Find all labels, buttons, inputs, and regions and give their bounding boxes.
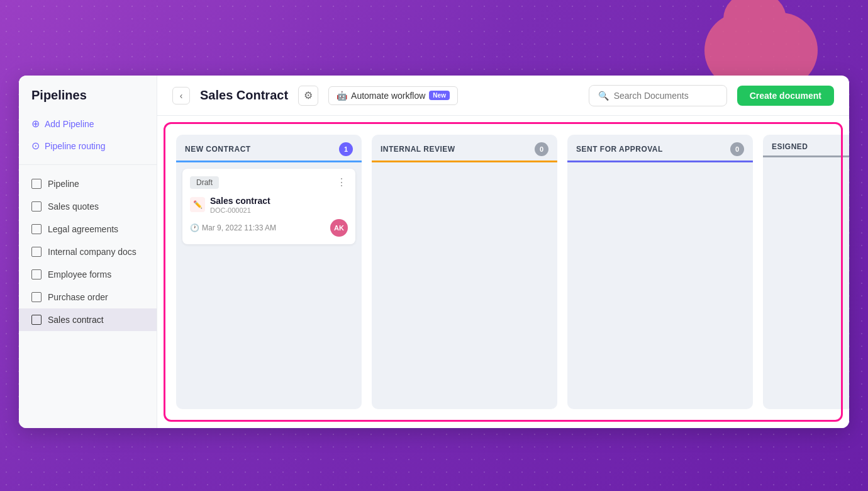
col-title-sent-for-approval: SENT FOR APPROVAL <box>576 145 663 154</box>
sidebar-purchase-order-label: Purchase order <box>48 292 108 302</box>
doc-icon: ✏️ <box>190 197 205 212</box>
sidebar-add-pipeline-label: Add Pipeline <box>45 119 94 129</box>
col-body-new-contract: Draft ⋮ ✏️ Sales contract DOC-000021 <box>176 162 362 409</box>
sidebar-item-employee-forms[interactable]: Employee forms <box>19 263 157 286</box>
kanban-col-internal-review: INTERNAL REVIEW 0 <box>372 135 557 409</box>
doc-info: Sales contract DOC-000021 <box>210 195 348 214</box>
doc-card-sales-contract: Draft ⋮ ✏️ Sales contract DOC-000021 <box>182 169 355 244</box>
sidebar: Pipelines ⊕ Add Pipeline ⊙ Pipeline rout… <box>19 76 157 428</box>
card-header-row: Draft ⋮ <box>190 176 348 189</box>
col-badge-new-contract: 1 <box>339 142 353 156</box>
sidebar-item-pipeline-routing[interactable]: ⊙ Pipeline routing <box>19 135 157 157</box>
kanban-col-esigned: ESIGNED <box>763 135 849 409</box>
col-header-internal-review: INTERNAL REVIEW 0 <box>372 135 557 162</box>
employee-forms-icon <box>31 269 42 279</box>
col-header-esigned: ESIGNED <box>763 135 849 157</box>
doc-id: DOC-000021 <box>210 206 348 214</box>
card-status-badge: Draft <box>190 176 219 189</box>
sidebar-item-add-pipeline[interactable]: ⊕ Add Pipeline <box>19 113 157 135</box>
col-body-esigned <box>763 157 849 409</box>
sidebar-employee-forms-label: Employee forms <box>48 269 111 279</box>
col-body-sent-for-approval <box>567 162 753 409</box>
automate-label: Automate workflow <box>351 91 425 101</box>
col-title-internal-review: INTERNAL REVIEW <box>381 145 455 154</box>
sidebar-sales-quotes-label: Sales quotes <box>48 201 99 212</box>
content-area: ‹ Sales Contract ⚙ 🤖 Automate workflow N… <box>157 76 849 428</box>
sidebar-item-pipeline[interactable]: Pipeline <box>19 172 157 195</box>
clock-icon: 🕐 <box>190 223 199 232</box>
sidebar-routing-label: Pipeline routing <box>45 141 106 151</box>
col-title-esigned: ESIGNED <box>772 142 808 151</box>
gear-icon: ⚙ <box>304 89 313 101</box>
avatar: AK <box>330 219 348 237</box>
col-body-internal-review <box>372 162 557 409</box>
kanban-col-new-contract: NEW CONTRACT 1 Draft ⋮ ✏️ <box>176 135 362 409</box>
sidebar-internal-docs-label: Internal company docs <box>48 247 136 257</box>
sidebar-sales-contract-label: Sales contract <box>48 315 104 325</box>
col-header-sent-for-approval: SENT FOR APPROVAL 0 <box>567 135 753 162</box>
sidebar-divider <box>19 164 157 165</box>
sales-quotes-icon <box>31 201 42 212</box>
sidebar-item-sales-quotes[interactable]: Sales quotes <box>19 195 157 218</box>
sidebar-pipeline-label: Pipeline <box>48 179 79 189</box>
sidebar-legal-agreements-label: Legal agreements <box>48 224 118 234</box>
pipeline-icon <box>31 179 42 189</box>
purchase-order-icon <box>31 292 42 302</box>
main-window: Pipelines ⊕ Add Pipeline ⊙ Pipeline rout… <box>19 76 849 428</box>
search-input[interactable] <box>614 91 718 101</box>
sidebar-item-legal-agreements[interactable]: Legal agreements <box>19 218 157 240</box>
card-date: 🕐 Mar 9, 2022 11:33 AM <box>190 223 276 232</box>
search-box[interactable]: 🔍 <box>589 85 727 106</box>
card-footer-row: 🕐 Mar 9, 2022 11:33 AM AK <box>190 219 348 237</box>
card-date-text: Mar 9, 2022 11:33 AM <box>202 223 276 232</box>
card-menu-button[interactable]: ⋮ <box>337 178 348 188</box>
pencil-icon: ✏️ <box>193 200 203 209</box>
routing-icon: ⊙ <box>31 140 40 152</box>
search-icon: 🔍 <box>598 91 609 101</box>
sidebar-title: Pipelines <box>19 88 157 113</box>
legal-agreements-icon <box>31 224 42 234</box>
internal-docs-icon <box>31 247 42 257</box>
col-badge-internal-review: 0 <box>535 142 548 156</box>
col-title-new-contract: NEW CONTRACT <box>185 145 251 154</box>
robot-icon: 🤖 <box>337 91 347 101</box>
sidebar-item-sales-contract[interactable]: Sales contract <box>19 308 157 331</box>
kanban-area: NEW CONTRACT 1 Draft ⋮ ✏️ <box>157 116 849 428</box>
doc-name: Sales contract <box>210 195 348 206</box>
new-badge: New <box>429 91 450 100</box>
add-icon: ⊕ <box>31 118 40 130</box>
back-button[interactable]: ‹ <box>172 87 190 104</box>
col-header-new-contract: NEW CONTRACT 1 <box>176 135 362 162</box>
kanban-columns: NEW CONTRACT 1 Draft ⋮ ✏️ <box>170 128 837 415</box>
card-doc-row: ✏️ Sales contract DOC-000021 <box>190 195 348 214</box>
sales-contract-icon <box>31 315 42 325</box>
col-badge-sent-for-approval: 0 <box>730 142 744 156</box>
back-icon: ‹ <box>180 91 183 101</box>
automate-workflow-button[interactable]: 🤖 Automate workflow New <box>328 86 458 105</box>
page-title: Sales Contract <box>200 88 288 103</box>
sidebar-item-internal-company-docs[interactable]: Internal company docs <box>19 240 157 263</box>
content-header: ‹ Sales Contract ⚙ 🤖 Automate workflow N… <box>157 76 849 116</box>
sidebar-item-purchase-order[interactable]: Purchase order <box>19 286 157 308</box>
kanban-col-sent-for-approval: SENT FOR APPROVAL 0 <box>567 135 753 409</box>
settings-button[interactable]: ⚙ <box>298 86 318 106</box>
create-document-button[interactable]: Create document <box>737 86 834 106</box>
